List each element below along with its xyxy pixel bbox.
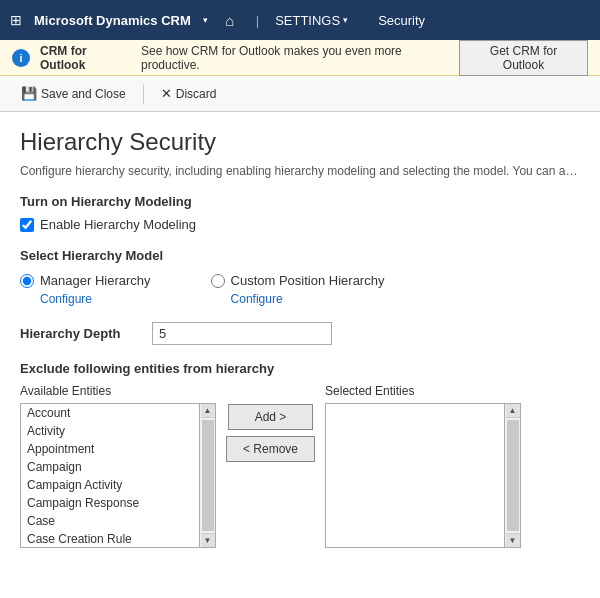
available-scrollbar: ▲ ▼ [200, 403, 216, 548]
manager-hierarchy-option: Manager Hierarchy Configure [20, 273, 151, 306]
custom-configure-link[interactable]: Configure [231, 292, 385, 306]
list-item[interactable]: Campaign [21, 458, 199, 476]
info-bar: i CRM for Outlook See how CRM for Outloo… [0, 40, 600, 76]
remove-button[interactable]: < Remove [226, 436, 315, 462]
selected-scroll-track [507, 420, 519, 531]
discard-label: Discard [176, 87, 217, 101]
hierarchy-depth-input[interactable]: 5 [152, 322, 332, 345]
ms-logo-icon: ⊞ [10, 12, 22, 28]
exclude-entities-header: Exclude following entities from hierarch… [20, 361, 580, 376]
transfer-buttons: Add > < Remove [226, 384, 315, 462]
list-item[interactable]: Case [21, 512, 199, 530]
brand-label[interactable]: Microsoft Dynamics CRM [28, 13, 197, 28]
available-scroll-track [202, 420, 214, 531]
select-model-header: Select Hierarchy Model [20, 248, 580, 263]
custom-position-option: Custom Position Hierarchy Configure [211, 273, 385, 306]
info-bold-text: CRM for Outlook [40, 44, 131, 72]
custom-position-radio[interactable] [211, 274, 225, 288]
list-item[interactable]: Activity [21, 422, 199, 440]
available-entities-listbox[interactable]: AccountActivityAppointmentCampaignCampai… [20, 403, 200, 548]
add-button[interactable]: Add > [228, 404, 313, 430]
available-entities-wrapper: AccountActivityAppointmentCampaignCampai… [20, 403, 216, 548]
list-item[interactable]: Appointment [21, 440, 199, 458]
turn-on-header: Turn on Hierarchy Modeling [20, 194, 580, 209]
discard-icon: ✕ [161, 86, 172, 101]
hierarchy-model-radio-group: Manager Hierarchy Configure Custom Posit… [20, 273, 580, 306]
custom-position-label: Custom Position Hierarchy [231, 273, 385, 288]
entities-layout: Available Entities AccountActivityAppoin… [20, 384, 580, 548]
home-button[interactable]: ⌂ [214, 4, 246, 36]
security-label: Security [378, 13, 425, 28]
selected-entities-container: Selected Entities ▲ ▼ [325, 384, 521, 548]
list-item[interactable]: Case Creation Rule [21, 530, 199, 548]
selected-scrollbar: ▲ ▼ [505, 403, 521, 548]
hierarchy-depth-label: Hierarchy Depth [20, 326, 140, 341]
selected-scroll-up[interactable]: ▲ [506, 404, 520, 418]
brand-chevron[interactable]: ▾ [203, 15, 208, 25]
hierarchy-depth-row: Hierarchy Depth 5 [20, 322, 580, 345]
settings-nav-item[interactable]: SETTINGS ▾ [269, 13, 354, 28]
selected-scroll-down[interactable]: ▼ [506, 533, 520, 547]
manager-configure-link[interactable]: Configure [40, 292, 151, 306]
get-crm-outlook-button[interactable]: Get CRM for Outlook [459, 40, 588, 76]
info-desc-text: See how CRM for Outlook makes you even m… [141, 44, 449, 72]
available-entities-container: Available Entities AccountActivityAppoin… [20, 384, 216, 548]
available-scroll-up[interactable]: ▲ [201, 404, 215, 418]
available-scroll-down[interactable]: ▼ [201, 533, 215, 547]
page-title: Hierarchy Security [20, 128, 580, 156]
save-and-close-label: Save and Close [41, 87, 126, 101]
toolbar: 💾 Save and Close ✕ Discard [0, 76, 600, 112]
discard-button[interactable]: ✕ Discard [150, 81, 228, 106]
home-icon: ⌂ [225, 12, 234, 29]
enable-hierarchy-checkbox[interactable] [20, 218, 34, 232]
selected-entities-label: Selected Entities [325, 384, 521, 398]
info-icon: i [12, 49, 30, 67]
available-entities-label: Available Entities [20, 384, 216, 398]
security-nav-item[interactable]: Security [372, 13, 431, 28]
enable-hierarchy-label: Enable Hierarchy Modeling [40, 217, 196, 232]
manager-hierarchy-label: Manager Hierarchy [40, 273, 151, 288]
save-and-close-button[interactable]: 💾 Save and Close [10, 81, 137, 106]
selected-entities-listbox[interactable] [325, 403, 505, 548]
manager-hierarchy-radio[interactable] [20, 274, 34, 288]
toolbar-separator [143, 84, 144, 104]
settings-label: SETTINGS [275, 13, 340, 28]
enable-hierarchy-row: Enable Hierarchy Modeling [20, 217, 580, 232]
main-content: Hierarchy Security Configure hierarchy s… [0, 112, 600, 564]
selected-entities-wrapper: ▲ ▼ [325, 403, 521, 548]
top-navigation: ⊞ Microsoft Dynamics CRM ▾ ⌂ | SETTINGS … [0, 0, 600, 40]
nav-divider: | [256, 13, 259, 28]
page-description: Configure hierarchy security, including … [20, 164, 580, 178]
settings-chevron: ▾ [343, 15, 348, 25]
save-icon: 💾 [21, 86, 37, 101]
list-item[interactable]: Account [21, 404, 199, 422]
list-item[interactable]: Campaign Activity [21, 476, 199, 494]
list-item[interactable]: Campaign Response [21, 494, 199, 512]
